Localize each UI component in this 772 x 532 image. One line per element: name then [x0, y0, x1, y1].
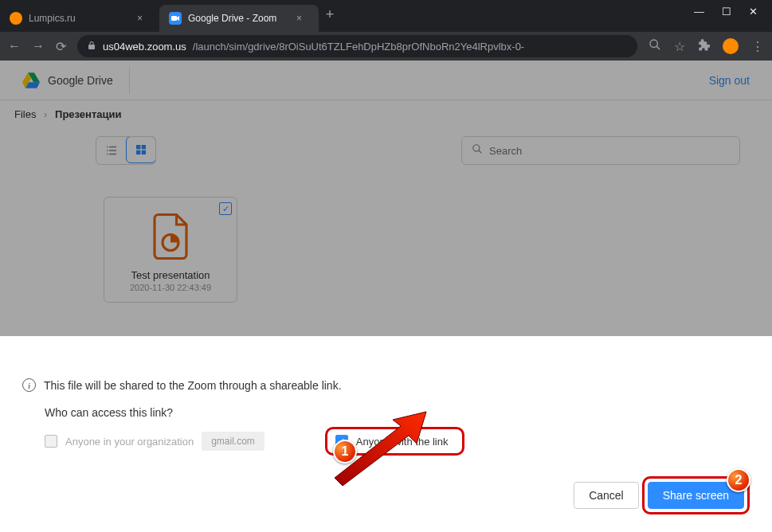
tab-title: Google Drive - Zoom [188, 13, 290, 24]
file-card[interactable]: ✓ Test presentation 2020-11-30 22:43:49 [104, 197, 237, 303]
share-note-text: This file will be shared to the Zoom thr… [44, 379, 342, 392]
annotation-badge-2: 2 [727, 468, 750, 492]
url-host: us04web.zoom.us [103, 41, 186, 53]
svg-point-1 [650, 40, 657, 47]
sign-out-link[interactable]: Sign out [709, 74, 750, 87]
menu-icon[interactable]: ⋮ [751, 39, 764, 54]
reload-icon[interactable]: ⟳ [56, 39, 66, 54]
address-bar[interactable]: us04web.zoom.us/launch/sim/gdrive/8rOiSu… [77, 35, 637, 57]
list-view-button[interactable] [96, 137, 127, 164]
close-icon[interactable]: × [137, 13, 150, 24]
svg-rect-0 [171, 16, 177, 21]
grid-view-button[interactable] [126, 136, 156, 163]
window-controls: — ☐ ✕ [694, 6, 772, 27]
svg-line-8 [479, 151, 482, 154]
svg-rect-4 [142, 145, 146, 149]
file-date: 2020-11-30 22:43:49 [112, 283, 229, 292]
annotation-badge-1: 1 [333, 440, 357, 464]
maximize-icon[interactable]: ☐ [722, 6, 731, 18]
favicon-lumpics [10, 12, 22, 25]
close-icon[interactable]: × [296, 13, 309, 24]
org-domain-chip: gmail.com [202, 432, 265, 451]
checkbox-org[interactable] [45, 435, 57, 448]
drive-app-name: Google Drive [48, 74, 113, 87]
search-icon [472, 143, 483, 158]
file-name: Test presentation [112, 269, 229, 281]
close-window-icon[interactable]: ✕ [749, 6, 758, 18]
tab-zoom-drive[interactable]: Google Drive - Zoom × [159, 5, 319, 32]
svg-point-7 [473, 145, 480, 151]
svg-rect-6 [142, 151, 146, 155]
url-path: /launch/sim/gdrive/8rOiSuUt6TZLFehDpHZb8… [193, 41, 524, 53]
view-toggle [96, 136, 156, 165]
zoom-level-icon[interactable] [649, 38, 661, 54]
favicon-zoom [169, 12, 182, 25]
breadcrumb-root[interactable]: Files [14, 108, 36, 120]
who-access-label: Who can access this link? [45, 406, 750, 419]
search-box[interactable] [461, 136, 740, 165]
tab-lumpics[interactable]: Lumpics.ru × [0, 5, 159, 32]
extension-orange-icon[interactable] [723, 38, 739, 54]
tab-title: Lumpics.ru [29, 13, 131, 24]
share-note: i This file will be shared to the Zoom t… [22, 378, 750, 392]
lock-icon [87, 41, 96, 53]
breadcrumb-current: Презентации [55, 108, 121, 120]
file-selected-check-icon[interactable]: ✓ [219, 202, 232, 215]
address-row: ← → ⟳ us04web.zoom.us/launch/sim/gdrive/… [0, 32, 772, 61]
svg-line-2 [656, 46, 660, 49]
drive-logo[interactable]: Google Drive [22, 67, 130, 94]
info-icon: i [22, 378, 36, 392]
chevron-right-icon: › [44, 108, 47, 120]
search-input[interactable] [489, 145, 730, 157]
minimize-icon[interactable]: — [694, 6, 704, 18]
google-drive-icon [22, 72, 40, 88]
bookmark-icon[interactable]: ☆ [674, 39, 685, 54]
svg-rect-5 [136, 151, 140, 155]
drive-header: Google Drive Sign out [0, 61, 772, 100]
opt-org-label: Anyone in your organization [65, 436, 194, 448]
titlebar: Lumpics.ru × Google Drive - Zoom × + — ☐… [0, 0, 772, 32]
svg-rect-3 [136, 145, 140, 149]
breadcrumb: Files › Презентации [0, 100, 772, 128]
opt-link-label: Anyone with the link [356, 436, 449, 448]
extensions-icon[interactable] [698, 39, 710, 54]
cancel-button[interactable]: Cancel [574, 482, 639, 509]
new-tab-button[interactable]: + [319, 6, 341, 23]
back-icon[interactable]: ← [8, 39, 21, 53]
forward-icon[interactable]: → [32, 39, 45, 53]
share-panel: i This file will be shared to the Zoom t… [0, 361, 772, 532]
browser-chrome: Lumpics.ru × Google Drive - Zoom × + — ☐… [0, 0, 772, 61]
presentation-file-icon [112, 209, 229, 264]
